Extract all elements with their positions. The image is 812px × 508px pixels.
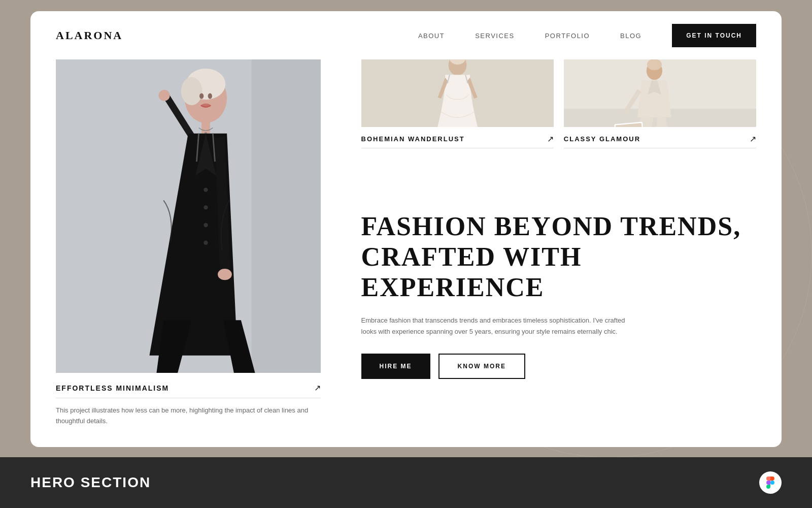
svg-point-5 (181, 77, 202, 105)
nav-link-portfolio[interactable]: PORTFOLIO (545, 32, 590, 40)
hero-image (56, 59, 321, 373)
figma-icon[interactable] (759, 471, 782, 494)
project-description: This project illustrates how less can be… (56, 405, 321, 427)
hero-headline-line1: FASHION BEYOND TRENDS, (361, 212, 741, 241)
contact-button[interactable]: GET IN TOUCH (672, 24, 756, 47)
project-title: EFFORTLESS MINIMALISM (56, 384, 169, 392)
nav-item-about[interactable]: ABOUT (418, 31, 445, 40)
main-card: ALARONA ABOUT SERVICES PORTFOLIO BLOG GE… (30, 11, 782, 447)
portfolio-title-1: CLASSY GLAMOUR (564, 135, 640, 143)
svg-point-8 (201, 104, 210, 107)
main-content: EFFORTLESS MINIMALISM ↗ This project ill… (30, 59, 782, 447)
nav-link-blog[interactable]: BLOG (620, 32, 641, 40)
svg-point-16 (218, 269, 232, 280)
know-more-button[interactable]: KNOW MORE (438, 354, 525, 379)
portfolio-image-0 (361, 59, 554, 127)
project-arrow-icon[interactable]: ↗ (314, 383, 321, 393)
section-label: HERO SECTION (30, 474, 151, 491)
navbar: ALARONA ABOUT SERVICES PORTFOLIO BLOG GE… (30, 11, 782, 59)
portfolio-grid: BOHEMIAN WANDERLUST ↗ (361, 59, 756, 148)
portfolio-arrow-icon-1[interactable]: ↗ (750, 134, 756, 144)
project-title-row: EFFORTLESS MINIMALISM ↗ (56, 383, 321, 398)
svg-point-24 (647, 59, 662, 70)
left-panel: EFFORTLESS MINIMALISM ↗ This project ill… (30, 59, 346, 447)
svg-point-15 (204, 241, 208, 245)
svg-point-7 (208, 93, 212, 99)
svg-point-14 (204, 223, 208, 227)
portfolio-title-row-1: CLASSY GLAMOUR ↗ (564, 134, 756, 148)
nav-item-portfolio[interactable]: PORTFOLIO (545, 31, 590, 40)
svg-rect-2 (252, 59, 321, 373)
nav-links: ABOUT SERVICES PORTFOLIO BLOG (418, 31, 641, 40)
hero-fashion-image (56, 59, 321, 373)
nav-item-services[interactable]: SERVICES (475, 31, 515, 40)
hero-subtext: Embrace fashion that transcends trends a… (361, 315, 635, 337)
bottom-bar: HERO SECTION (0, 457, 812, 508)
portfolio-title-row-0: BOHEMIAN WANDERLUST ↗ (361, 134, 554, 148)
portfolio-item-0: BOHEMIAN WANDERLUST ↗ (361, 59, 554, 148)
svg-point-13 (204, 205, 208, 209)
svg-rect-9 (201, 119, 210, 134)
hire-me-button[interactable]: HIRE ME (361, 354, 430, 379)
svg-point-12 (204, 188, 208, 192)
portfolio-title-0: BOHEMIAN WANDERLUST (361, 135, 465, 143)
nav-link-services[interactable]: SERVICES (475, 32, 515, 40)
nav-item-blog[interactable]: BLOG (620, 31, 641, 40)
hero-headline: FASHION BEYOND TRENDS, CRAFTED WITH EXPE… (361, 211, 756, 302)
right-panel: BOHEMIAN WANDERLUST ↗ (346, 59, 782, 447)
svg-point-6 (199, 93, 204, 99)
brand-logo: ALARONA (56, 29, 123, 42)
portfolio-image-1 (564, 59, 756, 127)
hero-text-section: FASHION BEYOND TRENDS, CRAFTED WITH EXPE… (361, 164, 756, 427)
hero-buttons: HIRE ME KNOW MORE (361, 354, 756, 379)
svg-point-11 (159, 90, 170, 101)
portfolio-item-1: CLASSY GLAMOUR ↗ (564, 59, 756, 148)
hero-headline-line2: CRAFTED WITH EXPERIENCE (361, 242, 582, 302)
nav-link-about[interactable]: ABOUT (418, 32, 445, 40)
portfolio-arrow-icon-0[interactable]: ↗ (547, 134, 554, 144)
